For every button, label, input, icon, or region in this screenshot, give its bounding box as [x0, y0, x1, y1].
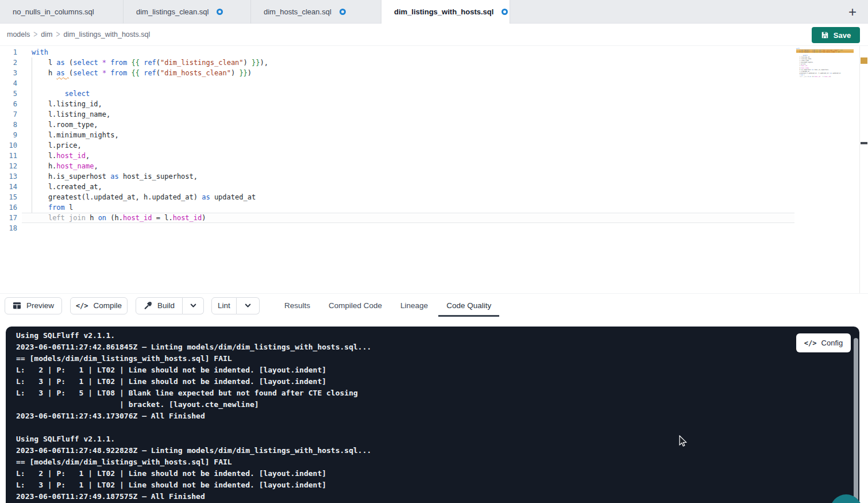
- chevron-down-icon: [190, 302, 197, 309]
- code-editor[interactable]: 123456789101112131415161718 with l as (s…: [0, 46, 868, 293]
- code-area[interactable]: with l as (select * from {{ ref("dim_lis…: [22, 47, 794, 233]
- code-icon: </>: [804, 339, 817, 347]
- line-number: 5: [0, 89, 22, 99]
- terminal-line: == [models/dim/dim_listings_with_hosts.s…: [16, 456, 859, 468]
- unsaved-dot-icon[interactable]: [501, 9, 508, 15]
- terminal-line: == [models/dim/dim_listings_with_hosts.s…: [16, 353, 859, 364]
- save-button[interactable]: Save: [812, 27, 860, 43]
- preview-button[interactable]: Preview: [5, 297, 62, 314]
- terminal-line: | bracket. [layout.cte_newline]: [16, 399, 859, 410]
- code-line[interactable]: h as (select * from {{ ref("dim_hosts_cl…: [22, 68, 794, 78]
- config-button[interactable]: </> Config: [796, 333, 851, 352]
- line-number: 15: [0, 192, 22, 202]
- minimap[interactable]: with l as (select * from {{ ref("dim_lis…: [796, 48, 854, 79]
- hammer-icon: [144, 301, 152, 310]
- lint-button-label: Lint: [218, 301, 230, 310]
- line-number: 7: [0, 109, 22, 120]
- terminal-panel: Using SQLFluff v2.1.1.2023-06-06T11:27:4…: [6, 327, 859, 503]
- terminal-line: 2023-06-06T11:27:49.187575Z — All Finish…: [16, 491, 859, 502]
- terminal-scrollbar[interactable]: [854, 338, 858, 503]
- new-tab-button[interactable]: +: [843, 0, 862, 24]
- result-tabs: Results Compiled Code Lineage Code Quali…: [284, 294, 491, 318]
- plus-icon: +: [848, 4, 857, 20]
- line-number: 14: [0, 182, 22, 192]
- terminal-line: L: 3 | P: 1 | LT02 | Line should not be …: [16, 479, 859, 491]
- tab-code-quality[interactable]: Code Quality: [446, 301, 491, 310]
- tab-label: dim_hosts_clean.sql: [264, 7, 331, 16]
- tab-code-quality-label: Code Quality: [446, 301, 491, 310]
- terminal-output: Using SQLFluff v2.1.1.2023-06-06T11:27:4…: [6, 327, 859, 502]
- terminal-line: 2023-06-06T11:27:43.173076Z — All Finish…: [16, 410, 859, 422]
- build-button-group: Build: [136, 297, 204, 314]
- code-line[interactable]: l as (select * from {{ ref("dim_listings…: [22, 57, 794, 68]
- code-line[interactable]: l.listing_name,: [22, 109, 794, 120]
- tab-label: dim_listings_with_hosts.sql: [394, 7, 493, 16]
- overview-ruler[interactable]: [859, 46, 868, 293]
- line-number: 18: [0, 223, 22, 233]
- line-number-gutter: 123456789101112131415161718: [0, 47, 22, 233]
- breadcrumb-separator: >: [33, 29, 37, 40]
- code-line[interactable]: greatest(l.updated_at, h.updated_at) as …: [22, 192, 794, 202]
- terminal-line: 2023-06-06T11:27:48.922828Z — Linting mo…: [16, 445, 859, 456]
- save-button-label: Save: [834, 31, 851, 40]
- build-dropdown-button[interactable]: [183, 297, 204, 314]
- tab-results[interactable]: Results: [284, 301, 310, 310]
- tab-label: no_nulls_in_columns.sql: [13, 7, 94, 16]
- unsaved-dot-icon[interactable]: [340, 9, 346, 15]
- tab-dim-listings-clean[interactable]: dim_listings_clean.sql: [124, 0, 251, 24]
- chevron-down-icon: [244, 302, 252, 309]
- ide-window: no_nulls_in_columns.sql dim_listings_cle…: [0, 0, 868, 503]
- code-line[interactable]: left join h on (h.host_id = l.host_id): [22, 213, 794, 223]
- code-line[interactable]: h.is_superhost as host_is_superhost,: [22, 171, 794, 182]
- lint-dropdown-button[interactable]: [237, 297, 260, 314]
- code-line[interactable]: l.listing_id,: [22, 99, 794, 109]
- code-line[interactable]: select: [22, 89, 794, 99]
- terminal-line: Using SQLFluff v2.1.1.: [16, 330, 859, 341]
- line-number: 6: [0, 99, 22, 109]
- editor-toolbar: Preview </> Compile Build: [0, 293, 868, 317]
- code-line[interactable]: l.minimum_nights,: [22, 130, 794, 140]
- tab-lineage[interactable]: Lineage: [400, 301, 428, 310]
- line-number: 1: [0, 47, 22, 57]
- line-number: 11: [0, 151, 22, 161]
- line-number: 3: [0, 68, 22, 78]
- code-line[interactable]: from l: [22, 202, 794, 213]
- line-number: 17: [0, 213, 22, 223]
- tab-lineage-label: Lineage: [400, 301, 428, 310]
- line-number: 2: [0, 57, 22, 68]
- compile-button[interactable]: </> Compile: [70, 297, 128, 314]
- line-number: 4: [0, 78, 22, 89]
- line-number: 8: [0, 120, 22, 130]
- terminal-line: [16, 422, 859, 433]
- code-line[interactable]: [22, 78, 794, 89]
- tab-dim-listings-with-hosts[interactable]: dim_listings_with_hosts.sql: [381, 0, 510, 24]
- tab-no-nulls-in-columns[interactable]: no_nulls_in_columns.sql: [0, 0, 124, 24]
- code-line[interactable]: h.host_name,: [22, 161, 794, 171]
- minimap-line: [796, 78, 854, 79]
- code-line[interactable]: l.host_id,: [22, 151, 794, 161]
- file-tab-bar: no_nulls_in_columns.sql dim_listings_cle…: [0, 0, 868, 24]
- lint-button-group: Lint: [211, 297, 260, 314]
- code-line[interactable]: l.room_type,: [22, 120, 794, 130]
- tab-dim-hosts-clean[interactable]: dim_hosts_clean.sql: [251, 0, 381, 24]
- breadcrumb-item-models: models: [7, 30, 30, 39]
- terminal-line: Using SQLFluff v2.1.1.: [16, 433, 859, 445]
- terminal-line: L: 3 | P: 1 | LT02 | Line should not be …: [16, 376, 859, 387]
- change-marker: [861, 57, 867, 64]
- line-number: 10: [0, 140, 22, 151]
- floppy-disk-icon: [821, 31, 829, 39]
- lint-button[interactable]: Lint: [211, 297, 237, 314]
- tab-compiled-code[interactable]: Compiled Code: [329, 301, 382, 310]
- code-line[interactable]: l.price,: [22, 140, 794, 151]
- code-line[interactable]: [22, 223, 794, 233]
- line-number: 16: [0, 202, 22, 213]
- breadcrumb-item-file: dim_listings_with_hosts.sql: [63, 30, 150, 39]
- line-number: 12: [0, 161, 22, 171]
- build-button[interactable]: Build: [136, 297, 183, 314]
- terminal-line: 2023-06-06T11:27:42.861845Z — Linting mo…: [16, 341, 859, 353]
- unsaved-dot-icon[interactable]: [217, 9, 223, 15]
- code-line[interactable]: l.created_at,: [22, 182, 794, 192]
- config-button-label: Config: [821, 339, 843, 347]
- code-line[interactable]: with: [22, 47, 794, 57]
- terminal-line: L: 2 | P: 1 | LT02 | Line should not be …: [16, 468, 859, 479]
